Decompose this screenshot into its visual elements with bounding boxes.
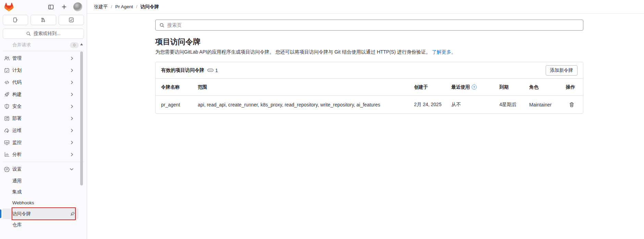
rocket-icon <box>4 92 10 97</box>
col-header-name: 令牌名称 <box>161 84 198 90</box>
sidebar: 搜索或转到... 合并请求 0 管理 <box>0 0 87 239</box>
sidebar-item-operate[interactable]: 运维 <box>2 125 78 136</box>
sidebar-item-monitor[interactable]: 监控 <box>2 137 78 148</box>
sidebar-scrollbar[interactable] <box>80 41 83 239</box>
cloud-gear-icon <box>4 128 10 133</box>
sidebar-item-label: 运维 <box>12 127 22 134</box>
sidebar-item-label: 仓库 <box>12 222 22 228</box>
sidebar-item-webhooks[interactable]: Webhooks <box>2 197 78 208</box>
monitor-icon <box>4 140 10 145</box>
token-last-used: 从不 <box>451 102 499 108</box>
token-scopes: api, read_api, create_runner, k8s_proxy,… <box>198 102 414 107</box>
users-icon <box>4 56 10 61</box>
panel-title: 有效的项目访问令牌 <box>161 67 204 73</box>
calendar-icon <box>4 68 10 73</box>
sidebar-header <box>0 0 87 14</box>
chevron-right-icon <box>70 116 74 121</box>
merge-request-count-badge: 0 <box>70 42 79 48</box>
create-new-icon[interactable] <box>60 3 68 11</box>
pin-icon[interactable] <box>70 212 75 216</box>
col-header-created: 创建于 <box>414 84 451 90</box>
sidebar-item-label: 设置 <box>12 166 22 172</box>
sidebar-item-label: 通用 <box>12 178 22 184</box>
chevron-right-icon <box>70 56 74 60</box>
page-title: 项目访问令牌 <box>155 37 583 46</box>
sidebar-item-label: Webhooks <box>12 200 34 205</box>
sidebar-item-general[interactable]: 通用 <box>2 175 78 186</box>
sidebar-search[interactable]: 搜索或转到... <box>3 29 84 39</box>
gitlab-logo-icon[interactable] <box>4 3 13 11</box>
sidebar-item-label: 分析 <box>12 151 22 158</box>
merge-request-icon <box>40 17 46 23</box>
search-icon <box>159 23 165 28</box>
breadcrumb-project[interactable]: Pr Agent <box>115 4 133 9</box>
active-item-indicator <box>0 209 1 218</box>
page-description: 为您需要访问GitLab API的应用程序生成项目访问令牌。 您还可以将项目访问… <box>155 49 583 55</box>
add-token-button[interactable]: 添加新令牌 <box>546 65 578 76</box>
sidebar-item-repository[interactable]: 仓库 <box>2 219 78 230</box>
col-header-actions: 操作 <box>566 84 578 90</box>
todo-icon <box>69 17 74 23</box>
learn-more-link[interactable]: 了解更多。 <box>432 49 456 55</box>
help-icon[interactable]: ? <box>472 84 477 90</box>
analytics-icon <box>4 152 10 157</box>
trash-icon <box>569 102 574 107</box>
col-header-expires: 到期 <box>499 84 529 90</box>
sidebar-item-access-tokens[interactable]: 访问令牌 <box>2 208 78 219</box>
sidebar-scrolled-region: 合并请求 0 <box>3 42 84 49</box>
sidebar-item-settings[interactable]: 设置 <box>2 163 78 175</box>
token-created: 2月 24, 2025 <box>414 102 451 108</box>
settings-search-box <box>155 20 583 31</box>
sidebar-item-build[interactable]: 构建 <box>2 89 78 100</box>
token-count: 1 <box>215 68 218 73</box>
sidebar-search-label: 搜索或转到... <box>34 31 61 37</box>
token-actions-cell <box>566 101 578 108</box>
scrollbar-thumb[interactable] <box>80 52 83 185</box>
sidebar-item-integrations[interactable]: 集成 <box>2 186 78 197</box>
chevron-right-icon <box>70 68 74 72</box>
merge-requests-shortcut-button[interactable] <box>31 15 56 25</box>
token-expires: 4星期后 <box>499 102 529 108</box>
sidebar-item-manage[interactable]: 管理 <box>2 53 78 64</box>
chevron-down-icon <box>70 168 74 171</box>
scrollbar-up-arrow-icon[interactable] <box>80 43 83 45</box>
panel-header: 有效的项目访问令牌 1 添加新令牌 <box>156 62 583 79</box>
page-description-text: 为您需要访问GitLab API的应用程序生成项目访问令牌。 您还可以将项目访问… <box>155 49 430 55</box>
breadcrumb-separator: / <box>136 4 137 9</box>
sidebar-item-merge-requests[interactable]: 合并请求 0 <box>3 42 84 49</box>
settings-search-input[interactable] <box>167 22 579 28</box>
sidebar-item-plan[interactable]: 计划 <box>2 65 78 76</box>
sidebar-item-deploy[interactable]: 部署 <box>2 113 78 124</box>
revoke-token-button[interactable] <box>568 101 575 108</box>
chevron-right-icon <box>70 104 74 109</box>
sidebar-item-label: 计划 <box>12 67 22 73</box>
token-icon <box>207 68 214 72</box>
sidebar-item-code[interactable]: 代码 <box>2 77 78 88</box>
col-header-last-used: 最近使用 ? <box>451 84 499 90</box>
chevron-right-icon <box>70 80 74 84</box>
divider <box>3 51 84 51</box>
token-role: Maintainer <box>529 102 566 107</box>
sidebar-item-label: 合并请求 <box>12 42 31 48</box>
breadcrumb-user[interactable]: 张建平 <box>94 4 108 10</box>
sidebar-toggle-icon[interactable] <box>47 3 55 11</box>
user-avatar[interactable] <box>73 2 82 11</box>
chevron-right-icon <box>70 128 74 133</box>
sidebar-item-secure[interactable]: 安全 <box>2 101 78 112</box>
page-content: 项目访问令牌 为您需要访问GitLab API的应用程序生成项目访问令牌。 您还… <box>155 20 583 114</box>
breadcrumb-current: 访问令牌 <box>141 4 159 10</box>
sidebar-item-analyze[interactable]: 分析 <box>2 149 78 160</box>
chevron-right-icon <box>70 152 74 157</box>
sidebar-item-label: 构建 <box>12 91 22 98</box>
todo-shortcut-button[interactable] <box>59 15 84 25</box>
shield-icon <box>4 104 10 109</box>
code-icon <box>4 80 10 85</box>
deploy-icon <box>4 116 10 121</box>
issues-shortcut-button[interactable] <box>3 15 28 25</box>
tokens-table-header: 令牌名称 范围 创建于 最近使用 ? 到期 角色 操作 <box>156 79 583 96</box>
chevron-right-icon <box>70 140 74 145</box>
active-tokens-panel: 有效的项目访问令牌 1 添加新令牌 令牌名称 范围 创建于 <box>155 62 583 114</box>
breadcrumb-separator: / <box>111 4 112 9</box>
app-window: 搜索或转到... 合并请求 0 管理 <box>0 0 644 239</box>
sidebar-item-label: 部署 <box>12 115 22 122</box>
